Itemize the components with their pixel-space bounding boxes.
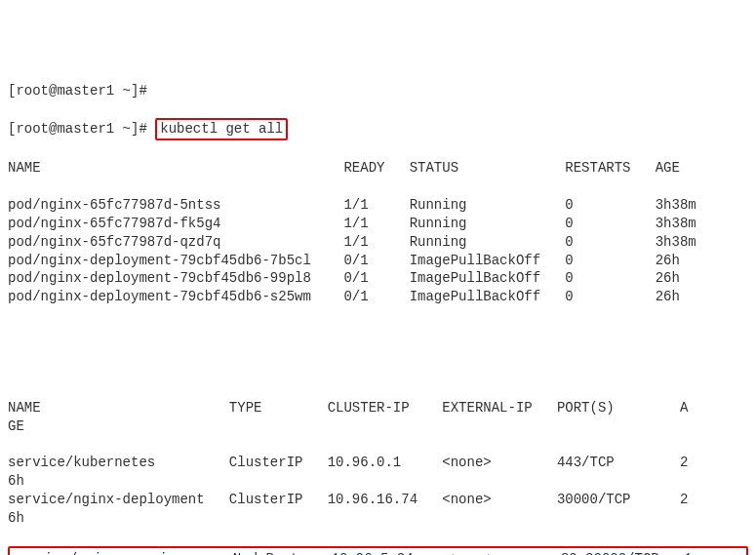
services-body: service/kubernetes ClusterIP 10.96.0.1 <… [8,454,748,528]
prompt-text: [root@master1 ~]# [8,83,147,99]
pods-body: pod/nginx-65fc77987d-5ntss 1/1 Running 0… [8,196,748,306]
blank-line-2 [8,362,748,380]
command-text: kubectl get all [160,121,283,137]
table-row: pod/nginx-deployment-79cbf45db6-7b5cl 0/… [8,252,748,270]
table-row: pod/nginx-deployment-79cbf45db6-s25wm 0/… [8,288,748,306]
table-row: service/nginx-deployment ClusterIP 10.96… [8,491,748,528]
prompt-line-2[interactable]: [root@master1 ~]# kubectl get all [8,118,748,140]
table-row: pod/nginx-65fc77987d-5ntss 1/1 Running 0… [8,196,748,215]
service-highlight-text: service/nginx-service NodePort 10.96.5.3… [12,551,692,555]
blank-line-1 [8,325,748,343]
command-highlight: kubectl get all [155,118,288,140]
prompt-prefix: [root@master1 ~]# [8,121,155,137]
table-row: pod/nginx-65fc77987d-qzd7q 1/1 Running 0… [8,233,748,252]
table-row: pod/nginx-deployment-79cbf45db6-99pl8 0/… [8,269,748,288]
services-header: NAME TYPE CLUSTER-IP EXTERNAL-IP PORT(S)… [8,399,748,436]
table-row: pod/nginx-65fc77987d-fk5g4 1/1 Running 0… [8,215,748,233]
pods-header: NAME READY STATUS RESTARTS AGE [8,159,748,178]
service-highlight-row: service/nginx-service NodePort 10.96.5.3… [8,546,748,555]
table-row: service/kubernetes ClusterIP 10.96.0.1 <… [8,454,748,491]
prompt-line-1: [root@master1 ~]# [8,82,748,100]
